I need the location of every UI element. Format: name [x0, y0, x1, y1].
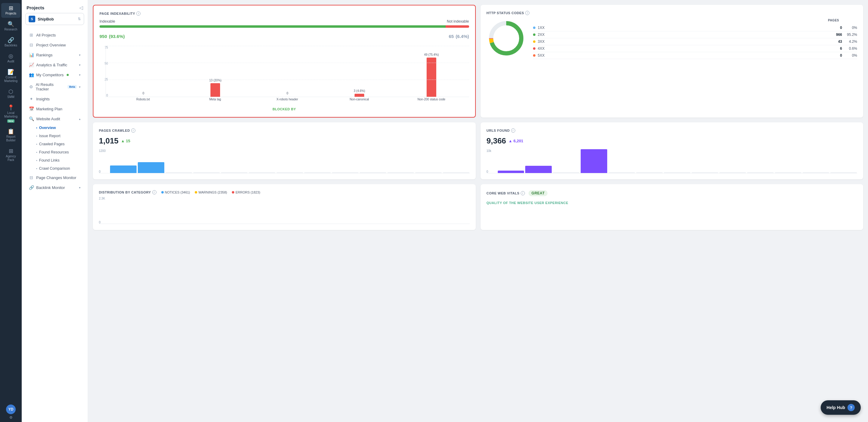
quality-label: QUALITY OF THE WEBSITE USER EXPERIENCE [487, 201, 858, 205]
projects-panel: Projects ◁ S ShipBob ⇅ ⊞ All Projects ⊟ … [22, 0, 88, 422]
pages-crawled-chart: 1200 0 [99, 149, 470, 173]
agency-icon: ⊞ [9, 148, 13, 154]
sidebar-item-label: Agency Pack [2, 155, 19, 162]
nav-analytics-traffic[interactable]: 📈 Analytics & Traffic ▾ [24, 60, 85, 70]
http-legend-row-4xx: 4XX 6 0.6% [533, 45, 858, 52]
marketing-icon: 📅 [29, 106, 34, 111]
chevron-down-icon: ▾ [79, 73, 81, 76]
card-title-urls: URLS FOUND i [487, 128, 858, 133]
subnav-crawl-comparison[interactable]: Crawl Comparison [33, 165, 85, 172]
nav-ai-results-tracker[interactable]: ⚙ AI Results Tracker Beta ▾ [24, 80, 85, 94]
info-icon-urls[interactable]: i [511, 128, 515, 133]
info-icon-http[interactable]: i [525, 11, 529, 15]
indexability-bar [99, 25, 469, 28]
sidebar-item-smm[interactable]: ⬡ SMM [1, 87, 21, 101]
chevron-up-icon: ▴ [79, 117, 81, 121]
sidebar-item-local-marketing[interactable]: 📍 Local Marketing New [1, 102, 21, 125]
help-hub-button[interactable]: Help Hub ? [821, 400, 861, 415]
indexability-labels: Indexable Not indexable [99, 19, 469, 24]
pages-crawled-value: 1,015 ▲ 15 [99, 136, 470, 145]
chart-x-label: BLOCKED BY [99, 107, 469, 111]
sidebar-item-research[interactable]: 🔍 Research [1, 19, 21, 34]
nav-label: Project Overview [36, 43, 66, 47]
user-avatar[interactable]: YD [6, 404, 16, 414]
sidebar-item-projects[interactable]: ⊞ Projects [1, 3, 21, 18]
indexability-chart: 75 50 25 0 0 13 (20%) [99, 46, 469, 106]
subnav-crawled-pages[interactable]: Crawled Pages [33, 140, 85, 148]
nav-label: Page Changes Monitor [36, 175, 76, 180]
nav-label: Marketing Plan [36, 107, 62, 111]
nav-rankings[interactable]: 📊 Rankings ▾ [24, 50, 85, 60]
legend-errors: ERRORS (1823) [232, 191, 260, 194]
sidebar-item-label: Audit [7, 60, 14, 63]
dot-5xx [533, 54, 535, 57]
nav-insights[interactable]: ✦ Insights [24, 94, 85, 104]
indexable-count: 950 (93.6%) [99, 32, 125, 40]
nav-label: AI Results Tracker [36, 82, 64, 91]
spark-bars-crawled [99, 149, 470, 173]
sidebar-item-agency-pack[interactable]: ⊞ Agency Pack [1, 146, 21, 164]
info-icon-vitals[interactable]: i [521, 191, 525, 195]
overview-icon: ⊟ [29, 42, 34, 47]
report-icon: 📋 [7, 129, 14, 134]
subnav-overview[interactable]: Overview [33, 124, 85, 132]
grid-icon: ⊞ [29, 33, 34, 37]
bar-noncanonical: 3 (4.6%) [325, 89, 394, 97]
sidebar-item-label: Projects [5, 12, 16, 15]
bar-robots: 0 [109, 92, 178, 97]
sidebar-item-content-marketing[interactable]: 📝 Content Marketing [1, 67, 21, 85]
legend-warnings: WARNINGS (2358) [195, 191, 227, 194]
urls-found-value: 9,366 ▲ 6,201 [487, 136, 858, 145]
website-audit-subnav: Overview Issue Report Crawled Pages Foun… [22, 124, 88, 172]
smm-icon: ⬡ [8, 89, 13, 94]
info-icon-dist[interactable]: i [152, 190, 156, 194]
indexability-counts: 950 (93.6%) 65 (6.4%) [99, 32, 469, 40]
nav-project-overview[interactable]: ⊟ Project Overview [24, 40, 85, 50]
subnav-found-links[interactable]: Found Links [33, 157, 85, 164]
http-status-card: HTTP STATUS CODES i PAGES [480, 5, 864, 118]
sidebar-item-backlinks[interactable]: 🔗 Backlinks [1, 35, 21, 50]
dot-4xx [533, 47, 535, 50]
sidebar-item-label: Research [4, 28, 18, 31]
subnav-issue-report[interactable]: Issue Report [33, 132, 85, 140]
info-icon-crawled[interactable]: i [131, 128, 135, 133]
nav-label: Rankings [36, 53, 53, 57]
card-title-pages-crawled: PAGES CRAWLED i [99, 128, 470, 133]
nav-backlink-monitor[interactable]: 🔗 Backlink Monitor ▾ [24, 183, 85, 192]
nav-page-changes[interactable]: ⊟ Page Changes Monitor [24, 173, 85, 182]
new-badge: New [7, 119, 14, 123]
help-icon: ? [847, 404, 855, 411]
distribution-card: DISTRIBUTION BY CATEGORY i NOTICES (3461… [93, 184, 476, 230]
card-title-indexability: PAGE INDEXABILITY i [99, 11, 469, 16]
audit-icon: ◎ [8, 53, 13, 59]
nav-all-projects[interactable]: ⊞ All Projects [24, 30, 85, 40]
legend-notices: NOTICES (3461) [161, 191, 190, 194]
project-selector[interactable]: S ShipBob ⇅ [25, 13, 84, 25]
subnav-label: Issue Report [39, 134, 61, 138]
chevron-down-icon: ▾ [79, 85, 81, 89]
spark-bars-urls [487, 149, 858, 173]
sidebar-item-label: SMM [7, 95, 14, 99]
website-audit-icon: 🔍 [29, 116, 34, 121]
sidebar-item-report-builder[interactable]: 📋 Report Builder [1, 126, 21, 145]
projects-title: Projects [27, 5, 44, 10]
info-icon[interactable]: i [136, 11, 141, 16]
ai-icon: ⚙ [29, 85, 33, 89]
subnav-found-resources[interactable]: Found Resources [33, 148, 85, 156]
nav-website-audit[interactable]: 🔍 Website Audit ▴ [24, 114, 85, 124]
sidebar-item-audit[interactable]: ◎ Audit [1, 51, 21, 66]
nav-my-competitors[interactable]: 👥 My Competitors ▾ [24, 70, 85, 79]
chevron-down-icon: ▾ [79, 186, 81, 189]
dot-notices [161, 191, 164, 194]
http-content: PAGES 1XX 0 0% 2XX 966 95.2% 3XX [487, 19, 858, 59]
donut-chart [487, 19, 526, 59]
nav-label: My Competitors [36, 73, 64, 77]
settings-icon[interactable]: ⚙ [9, 415, 13, 420]
sidebar: ⊞ Projects 🔍 Research 🔗 Backlinks ◎ Audi… [0, 0, 22, 422]
backlinks-icon: 🔗 [7, 37, 14, 43]
subnav-label: Overview [39, 126, 56, 130]
collapse-button[interactable]: ◁ [79, 5, 83, 10]
card-title-core-vitals: CORE WEB VITALS i Great [487, 190, 858, 196]
bar-meta: 13 (20%) [181, 79, 250, 97]
nav-marketing-plan[interactable]: 📅 Marketing Plan [24, 104, 85, 113]
